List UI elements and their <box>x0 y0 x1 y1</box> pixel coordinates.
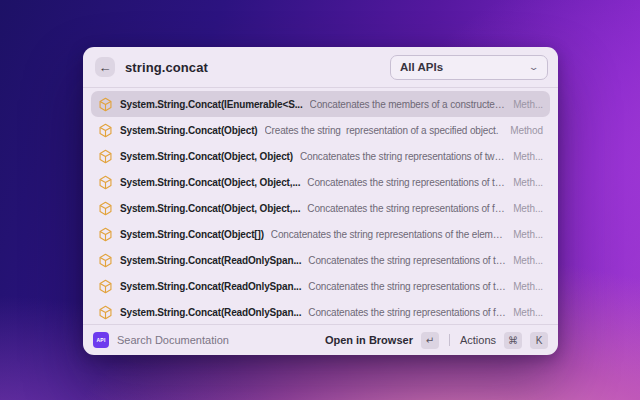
result-row[interactable]: System.String.Concat(Object) Creates the… <box>91 117 550 143</box>
method-cube-icon <box>98 253 113 268</box>
result-title: System.String.Concat(Object) <box>120 125 258 136</box>
result-row[interactable]: System.String.Concat(Object, Object) Con… <box>91 143 550 169</box>
search-documentation-window: ← string.concat All APIs ⌄ System.String… <box>83 47 558 355</box>
result-description: Concatenates the string representations … <box>271 229 506 240</box>
result-description: Creates the string representation of a s… <box>265 125 504 136</box>
search-input[interactable]: string.concat <box>125 60 390 75</box>
result-title: System.String.Concat(Object, Object,... <box>120 177 300 188</box>
results-list: System.String.Concat(IEnumerable<S... Co… <box>83 88 558 324</box>
method-cube-icon <box>98 149 113 164</box>
result-title: System.String.Concat(ReadOnlySpan... <box>120 281 301 292</box>
method-cube-icon <box>98 305 113 320</box>
result-type-badge: Meth... <box>513 177 543 188</box>
result-type-badge: Meth... <box>513 99 543 110</box>
back-button[interactable]: ← <box>95 57 115 77</box>
result-title: System.String.Concat(ReadOnlySpan... <box>120 307 301 318</box>
result-type-badge: Meth... <box>513 229 543 240</box>
result-row[interactable]: System.String.Concat(ReadOnlySpan... Con… <box>91 273 550 299</box>
result-row[interactable]: System.String.Concat(ReadOnlySpan... Con… <box>91 299 550 324</box>
api-extension-icon: API <box>93 332 109 348</box>
open-in-browser-action[interactable]: Open in Browser <box>325 334 413 346</box>
result-row[interactable]: System.String.Concat(Object, Object,... … <box>91 169 550 195</box>
footer-separator <box>449 334 450 346</box>
result-type-badge: Meth... <box>513 151 543 162</box>
extension-name: Search Documentation <box>117 334 317 346</box>
api-filter-dropdown[interactable]: All APIs ⌄ <box>390 55 548 80</box>
search-header: ← string.concat All APIs ⌄ <box>83 47 558 87</box>
result-description: Concatenates the string representations … <box>308 307 506 318</box>
result-title: System.String.Concat(ReadOnlySpan... <box>120 255 301 266</box>
footer: API Search Documentation Open in Browser… <box>83 325 558 355</box>
result-type-badge: Meth... <box>513 255 543 266</box>
actions-menu-button[interactable]: Actions <box>460 334 496 346</box>
api-filter-label: All APIs <box>400 61 530 73</box>
method-cube-icon <box>98 97 113 112</box>
result-row[interactable]: System.String.Concat(Object[]) Concatena… <box>91 221 550 247</box>
result-description: Concatenates the string representations … <box>308 281 506 292</box>
method-cube-icon <box>98 123 113 138</box>
result-title: System.String.Concat(Object, Object) <box>120 151 293 162</box>
k-key-badge: K <box>530 332 548 349</box>
method-cube-icon <box>98 201 113 216</box>
result-description: Concatenates the string representations … <box>308 255 506 266</box>
result-description: Concatenates the string representations … <box>300 151 506 162</box>
cmd-key-badge: ⌘ <box>504 332 522 349</box>
result-type-badge: Meth... <box>513 307 543 318</box>
result-row[interactable]: System.String.Concat(ReadOnlySpan... Con… <box>91 247 550 273</box>
result-title: System.String.Concat(Object, Object,... <box>120 203 300 214</box>
return-key-badge: ↵ <box>421 332 439 349</box>
result-title: System.String.Concat(IEnumerable<S... <box>120 99 303 110</box>
result-row[interactable]: System.String.Concat(IEnumerable<S... Co… <box>91 91 550 117</box>
result-description: Concatenates the string representations … <box>307 177 506 188</box>
result-type-badge: Method <box>510 125 543 136</box>
result-type-badge: Meth... <box>513 203 543 214</box>
result-type-badge: Meth... <box>513 281 543 292</box>
result-title: System.String.Concat(Object[]) <box>120 229 264 240</box>
result-description: Concatenates the string representations … <box>307 203 506 214</box>
chevron-down-icon: ⌄ <box>529 63 540 72</box>
result-row[interactable]: System.String.Concat(Object, Object,... … <box>91 195 550 221</box>
method-cube-icon <box>98 175 113 190</box>
result-description: Concatenates the members of a constructe… <box>310 99 507 110</box>
method-cube-icon <box>98 279 113 294</box>
method-cube-icon <box>98 227 113 242</box>
back-arrow-icon: ← <box>99 61 112 74</box>
